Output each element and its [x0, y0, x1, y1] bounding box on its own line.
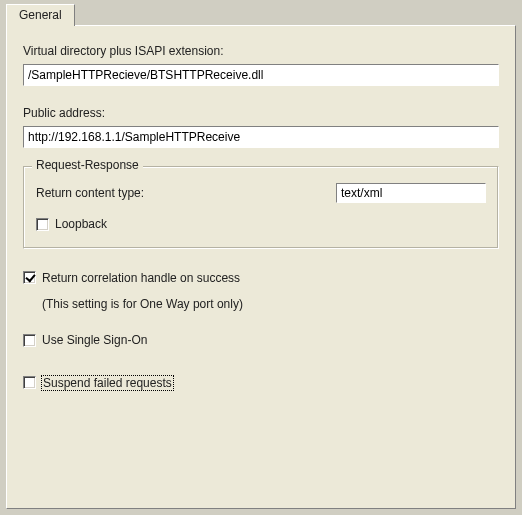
- suspend-failed-checkbox-label: Suspend failed requests: [42, 376, 173, 390]
- tab-general[interactable]: General: [6, 4, 75, 26]
- tab-strip: General: [6, 4, 75, 26]
- use-sso-checkbox-box: [23, 334, 36, 347]
- suspend-failed-checkbox-box: [23, 376, 36, 389]
- use-sso-checkbox[interactable]: Use Single Sign-On: [23, 333, 147, 347]
- return-correlation-checkbox-box: [23, 271, 36, 284]
- groupbox-request-response-title: Request-Response: [32, 158, 143, 172]
- loopback-checkbox-label: Loopback: [55, 217, 107, 231]
- public-address-input[interactable]: [23, 126, 499, 148]
- groupbox-request-response: Request-Response Return content type: Lo…: [23, 166, 499, 249]
- vdir-label: Virtual directory plus ISAPI extension:: [23, 44, 499, 58]
- return-content-type-row: Return content type:: [36, 183, 486, 203]
- public-address-label: Public address:: [23, 106, 499, 120]
- return-correlation-checkbox-label: Return correlation handle on success: [42, 271, 240, 285]
- dialog-window: General Virtual directory plus ISAPI ext…: [0, 0, 522, 515]
- suspend-failed-checkbox[interactable]: Suspend failed requests: [23, 376, 173, 390]
- loopback-checkbox-box: [36, 218, 49, 231]
- tab-general-label: General: [19, 8, 62, 22]
- return-content-type-input[interactable]: [336, 183, 486, 203]
- loopback-checkbox[interactable]: Loopback: [36, 217, 107, 231]
- return-content-type-label: Return content type:: [36, 186, 336, 200]
- tab-page-general: Virtual directory plus ISAPI extension: …: [6, 25, 516, 509]
- vdir-input[interactable]: [23, 64, 499, 86]
- use-sso-checkbox-label: Use Single Sign-On: [42, 333, 147, 347]
- return-correlation-checkbox[interactable]: Return correlation handle on success: [23, 271, 240, 285]
- return-correlation-note: (This setting is for One Way port only): [42, 297, 499, 311]
